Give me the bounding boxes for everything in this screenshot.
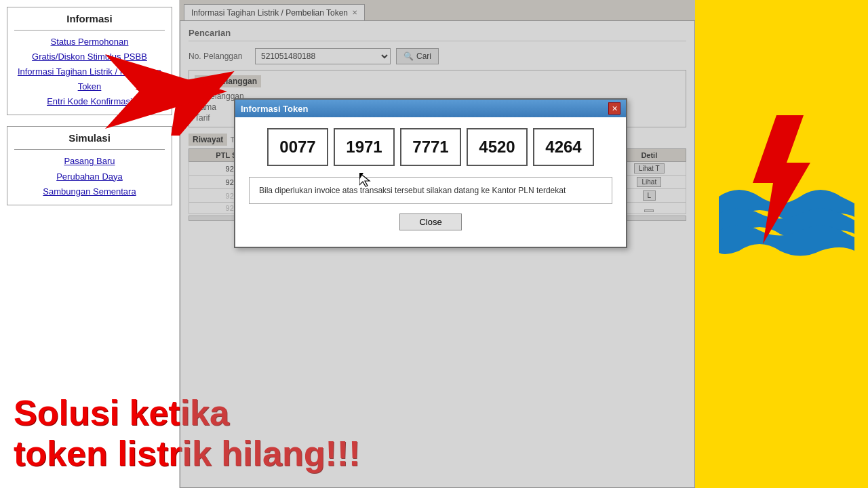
modal-header: Informasi Token ✕ (235, 100, 626, 117)
modal-info-text: Bila diperlukan invoice atas transaksi t… (249, 177, 612, 204)
modal-footer: Close (249, 214, 612, 230)
modal-body: 0077 1971 7771 4520 4264 Bila diperlukan… (235, 117, 626, 247)
token-seg-1: 1971 (334, 128, 395, 166)
token-seg-0: 0077 (267, 128, 328, 166)
token-seg-3: 4520 (467, 128, 528, 166)
sidebar-link-konfirmasi[interactable]: Entri Kode Konfirmasi (14, 94, 165, 109)
token-row: 0077 1971 7771 4520 4264 (249, 128, 612, 166)
sidebar-link-perubahan-daya[interactable]: Perubahan Daya (14, 169, 165, 184)
simulasi-title: Simulasi (14, 132, 165, 144)
main-content: Informasi Tagihan Listrik / Pembelian To… (180, 0, 695, 488)
modal-close-x-button[interactable]: ✕ (608, 102, 620, 115)
informasi-title: Informasi (14, 13, 165, 24)
sidebar-link-tagihan[interactable]: Informasi Tagihan Listrik / Pembelian To… (14, 64, 165, 94)
pln-logo (712, 108, 854, 258)
token-modal: Informasi Token ✕ 0077 1971 7771 4520 42… (234, 98, 627, 248)
sidebar-link-sambungan[interactable]: Sambungan Sementara (14, 184, 165, 199)
sidebar-link-gratis[interactable]: Gratis/Diskon Stimulus PSBB (14, 49, 165, 64)
sidebar-link-status[interactable]: Status Permohonan (14, 35, 165, 49)
token-seg-4: 4264 (533, 128, 594, 166)
token-seg-2: 7771 (400, 128, 461, 166)
close-modal-button[interactable]: Close (399, 214, 461, 230)
informasi-section: Informasi Status Permohonan Gratis/Disko… (7, 7, 172, 115)
simulasi-section: Simulasi Pasang Baru Perubahan Daya Samb… (7, 126, 172, 205)
modal-title: Informasi Token (241, 104, 308, 114)
sidebar-link-pasang-baru[interactable]: Pasang Baru (14, 154, 165, 169)
right-yellow-section (695, 0, 868, 488)
